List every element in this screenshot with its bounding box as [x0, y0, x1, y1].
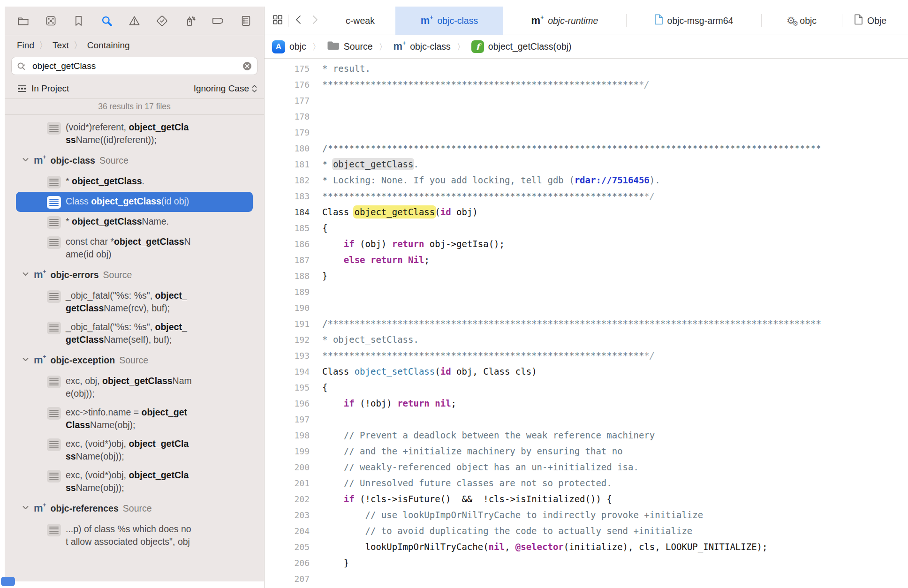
tag-icon[interactable] [210, 13, 226, 29]
code-line[interactable]: 194Class object_setClass(id obj, Class c… [265, 363, 908, 379]
code-line[interactable]: 176*************************************… [265, 76, 908, 92]
search-result-row[interactable]: exc->tinfo.name = object_getClassName(ob… [5, 403, 264, 434]
project-icon: A [272, 40, 285, 53]
search-result-row[interactable]: * object_getClass. [5, 172, 264, 192]
chevron-down-icon[interactable] [22, 270, 30, 280]
search-result-row[interactable]: Class object_getClass(id obj) [16, 192, 253, 212]
code-line[interactable]: 203 // use lookUpImpOrNilTryCache to ind… [265, 507, 908, 523]
line-content: // Prevent a deadlock between the weak r… [322, 430, 655, 440]
search-result-group[interactable]: m+objc-referencesSource [5, 497, 264, 520]
result-file-name: objc-exception [51, 355, 115, 366]
search-result-row[interactable]: const char *object_getClassName(id obj) [5, 232, 264, 264]
editor-tabs: c-weakm+objc-classm+objc-runtimeobjc-msg… [325, 7, 908, 35]
navigator-sidebar: Find 〉 Text 〉 Containing [5, 7, 264, 581]
line-number: 188 [265, 271, 322, 281]
line-number: 192 [265, 335, 322, 345]
test-diamond-icon[interactable] [154, 13, 170, 29]
case-sensitivity-menu[interactable]: Ignoring Case [194, 83, 257, 94]
text-snippet-icon [47, 322, 61, 334]
code-line[interactable]: 199 // and the +initialize machinery by … [265, 443, 908, 459]
chevron-down-icon[interactable] [22, 355, 30, 365]
search-icon[interactable] [16, 61, 28, 71]
code-line[interactable]: 178 [265, 108, 908, 124]
find-match-menu[interactable]: Containing [87, 40, 130, 51]
line-number: 200 [265, 462, 322, 472]
code-line[interactable]: 185{ [265, 220, 908, 236]
editor-tab-objc-runtime[interactable]: m+objc-runtime [503, 7, 626, 35]
search-result-row[interactable]: _objc_fatal("%s: %s", object_getClassNam… [5, 317, 264, 349]
search-result-group[interactable]: m+objc-classSource [5, 149, 264, 172]
find-type-menu[interactable]: Text [53, 40, 69, 51]
code-line[interactable]: 177 [265, 92, 908, 108]
search-result-row[interactable]: (void*)referent, object_getClassName((id… [5, 118, 264, 149]
code-line[interactable]: 206 } [265, 555, 908, 571]
code-line[interactable]: 207 [265, 571, 908, 587]
changes-icon[interactable] [43, 13, 59, 29]
related-items-icon[interactable] [272, 14, 283, 27]
search-result-row[interactable]: _objc_fatal("%s: %s", object_getClassNam… [5, 286, 264, 317]
code-line[interactable]: 204 // to avoid duplicating the code to … [265, 523, 908, 539]
search-field[interactable] [11, 57, 257, 75]
result-text: exc, (void*)obj, object_getClassName(obj… [66, 437, 189, 462]
search-result-group[interactable]: m+objc-exceptionSource [5, 349, 264, 371]
clear-search-icon[interactable] [242, 61, 252, 71]
code-line[interactable]: 195{ [265, 379, 908, 395]
chevron-down-icon[interactable] [22, 504, 30, 513]
editor-tab-objc[interactable]: ⚙⚙objc [761, 7, 842, 35]
bookmark-icon[interactable] [71, 13, 87, 29]
code-line[interactable]: 191/************************************… [265, 316, 908, 332]
code-line[interactable]: 202 if (!cls->isFuture() && !cls->isInit… [265, 491, 908, 507]
code-line[interactable]: 196 if (!obj) return nil; [265, 395, 908, 411]
result-text: ...p) of class %s which does not allow a… [66, 523, 191, 548]
jumpbar-item-Source[interactable]: Source [327, 40, 373, 53]
editor-tab-Obje[interactable]: Obje [842, 7, 908, 35]
code-line[interactable]: 183*************************************… [265, 188, 908, 204]
code-line[interactable]: 198 // Prevent a deadlock between the we… [265, 427, 908, 443]
result-text: * object_getClassName. [66, 215, 169, 228]
scope-in-project[interactable]: In Project [17, 83, 69, 94]
editor-tab-c-weak[interactable]: c-weak [325, 7, 395, 35]
search-result-row[interactable]: ...p) of class %s which does not allow a… [5, 520, 264, 551]
code-line[interactable]: 205 lookUpImpOrNilTryCache(nil, @selecto… [265, 539, 908, 555]
code-line[interactable]: 184Class object_getClass(id obj) [265, 204, 908, 220]
jumpbar-item-object_getClass(obj)[interactable]: fobject_getClass(obj) [471, 40, 572, 53]
search-icon[interactable] [98, 13, 114, 29]
code-line[interactable]: 193*************************************… [265, 347, 908, 363]
report-icon[interactable] [238, 13, 254, 29]
search-result-row[interactable]: exc, (void*)obj, object_getClassName(obj… [5, 466, 264, 497]
spray-icon[interactable] [182, 13, 198, 29]
warning-icon[interactable] [127, 13, 143, 29]
divider [288, 15, 288, 27]
find-menu[interactable]: Find [17, 40, 34, 51]
search-result-row[interactable]: exc, (void*)obj, object_getClassName(obj… [5, 434, 264, 466]
code-line[interactable]: 188} [265, 268, 908, 284]
line-number: 183 [265, 191, 322, 201]
code-line[interactable]: 182* Locking: None. If you add locking, … [265, 172, 908, 188]
code-editor[interactable]: 175* result.176*************************… [265, 59, 908, 588]
search-result-row[interactable]: * object_getClassName. [5, 212, 264, 232]
jumpbar-item-objc-class[interactable]: m+objc-class [393, 41, 451, 52]
editor-tab-objc-msg-arm64[interactable]: objc-msg-arm64 [626, 7, 761, 35]
line-number: 180 [265, 143, 322, 153]
code-line[interactable]: 181* object_getClass. [265, 156, 908, 172]
code-line[interactable]: 180/************************************… [265, 140, 908, 156]
chevron-down-icon[interactable] [22, 156, 30, 166]
forward-button[interactable] [309, 14, 320, 27]
search-result-row[interactable]: exc, obj, object_getClassName(obj)); [5, 371, 264, 403]
code-line[interactable]: 187 else return Nil; [265, 252, 908, 268]
code-line[interactable]: 186 if (obj) return obj->getIsa(); [265, 236, 908, 252]
code-line[interactable]: 200 // weakly-referenced object has an u… [265, 459, 908, 475]
folder-icon[interactable] [15, 13, 31, 29]
code-line[interactable]: 197 [265, 411, 908, 427]
jumpbar-item-objc[interactable]: Aobjc [272, 40, 306, 53]
code-line[interactable]: 179 [265, 124, 908, 140]
search-result-group[interactable]: m+objc-errorsSource [5, 264, 264, 286]
back-button[interactable] [293, 14, 304, 27]
code-line[interactable]: 175* result. [265, 60, 908, 76]
code-line[interactable]: 192* object_setClass. [265, 332, 908, 347]
search-input[interactable] [31, 60, 242, 72]
code-line[interactable]: 190 [265, 300, 908, 316]
code-line[interactable]: 201 // Unresolved future classes are not… [265, 475, 908, 491]
code-line[interactable]: 189 [265, 284, 908, 300]
editor-tab-objc-class[interactable]: m+objc-class [395, 7, 503, 35]
